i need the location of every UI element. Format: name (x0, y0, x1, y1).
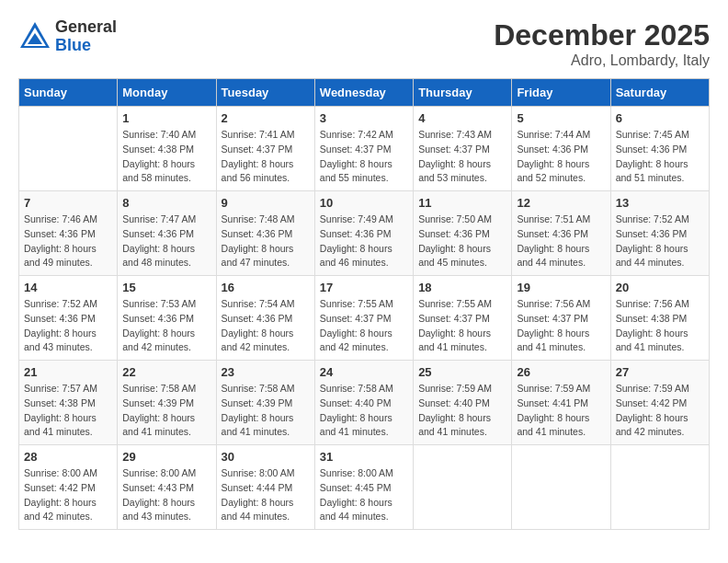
day-number: 24 (320, 365, 408, 379)
calendar-week-row: 7Sunrise: 7:46 AMSunset: 4:36 PMDaylight… (19, 191, 710, 276)
calendar-cell: 4Sunrise: 7:43 AMSunset: 4:37 PMDaylight… (414, 107, 512, 191)
calendar-cell: 22Sunrise: 7:58 AMSunset: 4:39 PMDayligh… (118, 361, 216, 445)
day-number: 16 (222, 281, 310, 294)
calendar-cell: 15Sunrise: 7:53 AMSunset: 4:36 PMDayligh… (118, 276, 216, 361)
day-info: Sunrise: 7:50 AMSunset: 4:36 PMDaylight:… (418, 213, 506, 270)
day-info: Sunrise: 7:59 AMSunset: 4:42 PMDaylight:… (616, 382, 704, 440)
day-info: Sunrise: 7:41 AMSunset: 4:37 PMDaylight:… (222, 128, 310, 186)
weekday-header: Monday (118, 79, 216, 107)
day-info: Sunrise: 7:45 AMSunset: 4:36 PMDaylight:… (616, 128, 704, 186)
day-info: Sunrise: 8:00 AMSunset: 4:42 PMDaylight:… (24, 466, 112, 524)
calendar-cell: 31Sunrise: 8:00 AMSunset: 4:45 PMDayligh… (314, 445, 413, 530)
calendar-cell: 2Sunrise: 7:41 AMSunset: 4:37 PMDaylight… (216, 107, 314, 191)
location-title: Adro, Lombardy, Italy (494, 52, 710, 69)
calendar-table: SundayMondayTuesdayWednesdayThursdayFrid… (18, 78, 710, 530)
calendar-cell: 27Sunrise: 7:59 AMSunset: 4:42 PMDayligh… (610, 361, 709, 445)
day-info: Sunrise: 8:00 AMSunset: 4:44 PMDaylight:… (222, 466, 310, 524)
calendar-cell: 25Sunrise: 7:59 AMSunset: 4:40 PMDayligh… (414, 361, 512, 445)
calendar-cell: 3Sunrise: 7:42 AMSunset: 4:37 PMDaylight… (314, 107, 413, 191)
day-info: Sunrise: 7:49 AMSunset: 4:36 PMDaylight:… (320, 213, 408, 270)
day-number: 23 (222, 365, 310, 379)
day-number: 3 (320, 111, 408, 125)
day-info: Sunrise: 7:54 AMSunset: 4:36 PMDaylight:… (222, 297, 310, 355)
calendar-week-row: 21Sunrise: 7:57 AMSunset: 4:38 PMDayligh… (19, 361, 710, 445)
day-number: 9 (222, 196, 310, 210)
day-number: 11 (418, 196, 506, 210)
logo-blue: Blue (55, 37, 117, 55)
day-info: Sunrise: 7:57 AMSunset: 4:38 PMDaylight:… (24, 382, 112, 440)
weekday-header: Tuesday (216, 79, 314, 107)
calendar-cell: 6Sunrise: 7:45 AMSunset: 4:36 PMDaylight… (610, 107, 709, 191)
calendar-cell: 14Sunrise: 7:52 AMSunset: 4:36 PMDayligh… (19, 276, 118, 361)
calendar-cell: 28Sunrise: 8:00 AMSunset: 4:42 PMDayligh… (19, 445, 118, 530)
weekday-header-row: SundayMondayTuesdayWednesdayThursdayFrid… (19, 79, 710, 107)
calendar-cell: 29Sunrise: 8:00 AMSunset: 4:43 PMDayligh… (118, 445, 216, 530)
day-info: Sunrise: 7:46 AMSunset: 4:36 PMDaylight:… (24, 213, 112, 270)
day-info: Sunrise: 7:58 AMSunset: 4:40 PMDaylight:… (320, 382, 408, 440)
calendar-cell: 30Sunrise: 8:00 AMSunset: 4:44 PMDayligh… (216, 445, 314, 530)
weekday-header: Wednesday (314, 79, 413, 107)
title-block: December 2025 Adro, Lombardy, Italy (494, 18, 710, 69)
day-number: 30 (222, 450, 310, 464)
logo-general: General (55, 18, 117, 37)
calendar-cell: 24Sunrise: 7:58 AMSunset: 4:40 PMDayligh… (314, 361, 413, 445)
day-number: 28 (24, 450, 112, 464)
day-info: Sunrise: 7:59 AMSunset: 4:40 PMDaylight:… (418, 382, 506, 440)
weekday-header: Thursday (414, 79, 512, 107)
calendar-cell (512, 445, 610, 530)
weekday-header: Sunday (19, 79, 118, 107)
day-number: 8 (122, 196, 210, 210)
calendar-cell (414, 445, 512, 530)
logo-icon (18, 20, 51, 53)
day-number: 29 (122, 450, 210, 464)
calendar-cell: 1Sunrise: 7:40 AMSunset: 4:38 PMDaylight… (118, 107, 216, 191)
day-number: 31 (320, 450, 408, 464)
day-info: Sunrise: 7:52 AMSunset: 4:36 PMDaylight:… (616, 213, 704, 270)
day-number: 21 (24, 365, 112, 379)
day-number: 5 (517, 111, 605, 125)
day-number: 1 (122, 111, 210, 125)
day-number: 13 (616, 196, 704, 210)
month-title: December 2025 (494, 18, 710, 52)
weekday-header: Friday (512, 79, 610, 107)
day-number: 18 (418, 281, 506, 294)
day-number: 27 (616, 365, 704, 379)
day-number: 10 (320, 196, 408, 210)
calendar-cell: 11Sunrise: 7:50 AMSunset: 4:36 PMDayligh… (414, 191, 512, 276)
calendar-cell: 13Sunrise: 7:52 AMSunset: 4:36 PMDayligh… (610, 191, 709, 276)
logo: General Blue (18, 18, 117, 55)
calendar-cell: 17Sunrise: 7:55 AMSunset: 4:37 PMDayligh… (314, 276, 413, 361)
day-info: Sunrise: 7:43 AMSunset: 4:37 PMDaylight:… (418, 128, 506, 186)
day-info: Sunrise: 7:58 AMSunset: 4:39 PMDaylight:… (222, 382, 310, 440)
weekday-header: Saturday (610, 79, 709, 107)
day-number: 6 (616, 111, 704, 125)
day-info: Sunrise: 7:56 AMSunset: 4:37 PMDaylight:… (517, 297, 605, 355)
calendar-cell: 26Sunrise: 7:59 AMSunset: 4:41 PMDayligh… (512, 361, 610, 445)
day-number: 4 (418, 111, 506, 125)
calendar-cell: 10Sunrise: 7:49 AMSunset: 4:36 PMDayligh… (314, 191, 413, 276)
day-number: 7 (24, 196, 112, 210)
calendar-cell: 7Sunrise: 7:46 AMSunset: 4:36 PMDaylight… (19, 191, 118, 276)
day-info: Sunrise: 7:44 AMSunset: 4:36 PMDaylight:… (517, 128, 605, 186)
calendar-cell: 19Sunrise: 7:56 AMSunset: 4:37 PMDayligh… (512, 276, 610, 361)
day-info: Sunrise: 7:40 AMSunset: 4:38 PMDaylight:… (122, 128, 210, 186)
calendar-week-row: 1Sunrise: 7:40 AMSunset: 4:38 PMDaylight… (19, 107, 710, 191)
calendar-cell: 12Sunrise: 7:51 AMSunset: 4:36 PMDayligh… (512, 191, 610, 276)
day-number: 2 (222, 111, 310, 125)
calendar-cell: 20Sunrise: 7:56 AMSunset: 4:38 PMDayligh… (610, 276, 709, 361)
calendar-cell (19, 107, 118, 191)
calendar-cell: 16Sunrise: 7:54 AMSunset: 4:36 PMDayligh… (216, 276, 314, 361)
calendar-cell: 21Sunrise: 7:57 AMSunset: 4:38 PMDayligh… (19, 361, 118, 445)
day-info: Sunrise: 7:51 AMSunset: 4:36 PMDaylight:… (517, 213, 605, 270)
day-info: Sunrise: 8:00 AMSunset: 4:45 PMDaylight:… (320, 466, 408, 524)
day-info: Sunrise: 8:00 AMSunset: 4:43 PMDaylight:… (122, 466, 210, 524)
day-number: 22 (122, 365, 210, 379)
day-number: 19 (517, 281, 605, 294)
day-number: 14 (24, 281, 112, 294)
page-header: General Blue December 2025 Adro, Lombard… (18, 18, 710, 69)
day-info: Sunrise: 7:47 AMSunset: 4:36 PMDaylight:… (122, 213, 210, 270)
day-info: Sunrise: 7:48 AMSunset: 4:36 PMDaylight:… (222, 213, 310, 270)
day-number: 15 (122, 281, 210, 294)
day-info: Sunrise: 7:56 AMSunset: 4:38 PMDaylight:… (616, 297, 704, 355)
day-number: 25 (418, 365, 506, 379)
